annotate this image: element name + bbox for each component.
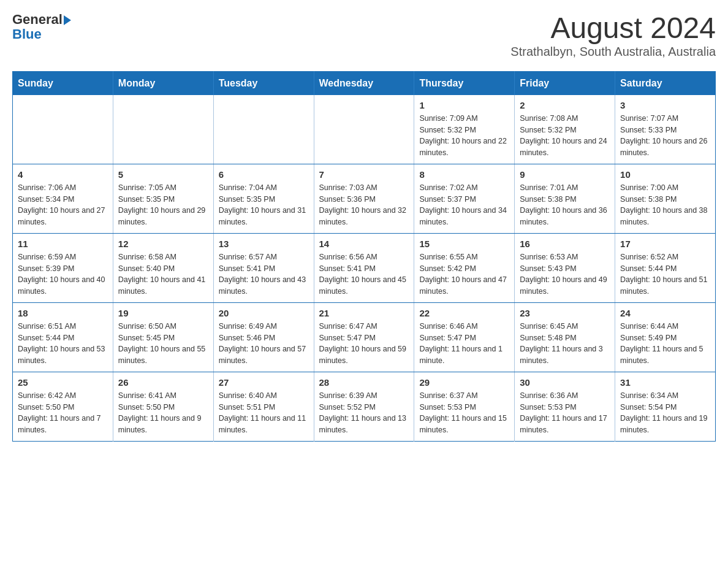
day-cell xyxy=(314,95,414,164)
day-number: 5 xyxy=(118,169,208,180)
day-cell: 27Sunrise: 6:40 AMSunset: 5:51 PMDayligh… xyxy=(213,372,314,441)
header-row: SundayMondayTuesdayWednesdayThursdayFrid… xyxy=(13,71,716,95)
day-number: 3 xyxy=(620,100,710,110)
day-number: 16 xyxy=(520,239,610,249)
day-cell: 6Sunrise: 7:04 AMSunset: 5:35 PMDaylight… xyxy=(213,164,314,233)
header-cell-wednesday: Wednesday xyxy=(314,71,414,95)
day-cell: 2Sunrise: 7:08 AMSunset: 5:32 PMDaylight… xyxy=(515,95,615,164)
week-row-4: 18Sunrise: 6:51 AMSunset: 5:44 PMDayligh… xyxy=(13,302,716,372)
day-info: Sunrise: 7:06 AMSunset: 5:34 PMDaylight:… xyxy=(18,182,108,228)
day-info: Sunrise: 6:40 AMSunset: 5:51 PMDaylight:… xyxy=(219,390,309,436)
day-cell: 12Sunrise: 6:58 AMSunset: 5:40 PMDayligh… xyxy=(113,233,213,302)
page-title: August 2024 xyxy=(510,12,716,45)
day-number: 27 xyxy=(219,377,309,388)
day-number: 31 xyxy=(620,377,710,388)
header-cell-monday: Monday xyxy=(113,71,213,95)
day-cell: 15Sunrise: 6:55 AMSunset: 5:42 PMDayligh… xyxy=(414,233,515,302)
day-info: Sunrise: 7:08 AMSunset: 5:32 PMDaylight:… xyxy=(520,113,610,159)
day-info: Sunrise: 6:42 AMSunset: 5:50 PMDaylight:… xyxy=(18,390,108,436)
day-cell: 5Sunrise: 7:05 AMSunset: 5:35 PMDaylight… xyxy=(113,164,213,233)
day-cell: 13Sunrise: 6:57 AMSunset: 5:41 PMDayligh… xyxy=(213,233,314,302)
day-info: Sunrise: 7:04 AMSunset: 5:35 PMDaylight:… xyxy=(219,182,309,228)
day-info: Sunrise: 6:49 AMSunset: 5:46 PMDaylight:… xyxy=(219,321,309,367)
day-number: 24 xyxy=(620,308,710,318)
day-info: Sunrise: 6:57 AMSunset: 5:41 PMDaylight:… xyxy=(219,251,309,297)
day-cell: 25Sunrise: 6:42 AMSunset: 5:50 PMDayligh… xyxy=(13,372,113,441)
header-cell-saturday: Saturday xyxy=(615,71,716,95)
day-number: 25 xyxy=(18,377,108,388)
header-cell-sunday: Sunday xyxy=(13,71,113,95)
day-cell: 16Sunrise: 6:53 AMSunset: 5:43 PMDayligh… xyxy=(515,233,615,302)
day-cell xyxy=(213,95,314,164)
day-number: 13 xyxy=(219,239,309,249)
day-info: Sunrise: 7:00 AMSunset: 5:38 PMDaylight:… xyxy=(620,182,710,228)
calendar-header: SundayMondayTuesdayWednesdayThursdayFrid… xyxy=(13,71,716,95)
day-number: 29 xyxy=(419,377,509,388)
day-number: 20 xyxy=(219,308,309,318)
day-info: Sunrise: 6:45 AMSunset: 5:48 PMDaylight:… xyxy=(520,321,610,367)
day-cell: 29Sunrise: 6:37 AMSunset: 5:53 PMDayligh… xyxy=(414,372,515,441)
day-number: 6 xyxy=(219,169,309,180)
page-header: General Blue August 2024 Strathalbyn, So… xyxy=(12,12,716,59)
day-number: 7 xyxy=(319,169,409,180)
day-cell: 8Sunrise: 7:02 AMSunset: 5:37 PMDaylight… xyxy=(414,164,515,233)
day-cell xyxy=(113,95,213,164)
day-info: Sunrise: 7:01 AMSunset: 5:38 PMDaylight:… xyxy=(520,182,610,228)
day-number: 21 xyxy=(319,308,409,318)
calendar-table: SundayMondayTuesdayWednesdayThursdayFrid… xyxy=(12,71,716,442)
day-info: Sunrise: 6:55 AMSunset: 5:42 PMDaylight:… xyxy=(419,251,509,297)
day-info: Sunrise: 7:09 AMSunset: 5:32 PMDaylight:… xyxy=(419,113,509,159)
day-cell: 26Sunrise: 6:41 AMSunset: 5:50 PMDayligh… xyxy=(113,372,213,441)
day-cell: 7Sunrise: 7:03 AMSunset: 5:36 PMDaylight… xyxy=(314,164,414,233)
day-cell: 22Sunrise: 6:46 AMSunset: 5:47 PMDayligh… xyxy=(414,302,515,372)
day-cell: 23Sunrise: 6:45 AMSunset: 5:48 PMDayligh… xyxy=(515,302,615,372)
day-info: Sunrise: 6:53 AMSunset: 5:43 PMDaylight:… xyxy=(520,251,610,297)
day-number: 28 xyxy=(319,377,409,388)
day-info: Sunrise: 6:44 AMSunset: 5:49 PMDaylight:… xyxy=(620,321,710,367)
day-number: 15 xyxy=(419,239,509,249)
logo-arrow-icon xyxy=(64,15,71,25)
day-info: Sunrise: 6:56 AMSunset: 5:41 PMDaylight:… xyxy=(319,251,409,297)
day-cell: 31Sunrise: 6:34 AMSunset: 5:54 PMDayligh… xyxy=(615,372,716,441)
day-info: Sunrise: 6:46 AMSunset: 5:47 PMDaylight:… xyxy=(419,321,509,367)
day-cell: 20Sunrise: 6:49 AMSunset: 5:46 PMDayligh… xyxy=(213,302,314,372)
day-info: Sunrise: 7:05 AMSunset: 5:35 PMDaylight:… xyxy=(118,182,208,228)
day-number: 8 xyxy=(419,169,509,180)
day-info: Sunrise: 6:36 AMSunset: 5:53 PMDaylight:… xyxy=(520,390,610,436)
day-number: 9 xyxy=(520,169,610,180)
day-number: 4 xyxy=(18,169,108,180)
day-info: Sunrise: 6:52 AMSunset: 5:44 PMDaylight:… xyxy=(620,251,710,297)
week-row-2: 4Sunrise: 7:06 AMSunset: 5:34 PMDaylight… xyxy=(13,164,716,233)
week-row-3: 11Sunrise: 6:59 AMSunset: 5:39 PMDayligh… xyxy=(13,233,716,302)
day-info: Sunrise: 6:41 AMSunset: 5:50 PMDaylight:… xyxy=(118,390,208,436)
header-cell-tuesday: Tuesday xyxy=(213,71,314,95)
day-cell xyxy=(13,95,113,164)
day-number: 26 xyxy=(118,377,208,388)
day-number: 17 xyxy=(620,239,710,249)
day-cell: 14Sunrise: 6:56 AMSunset: 5:41 PMDayligh… xyxy=(314,233,414,302)
day-info: Sunrise: 6:37 AMSunset: 5:53 PMDaylight:… xyxy=(419,390,509,436)
day-cell: 10Sunrise: 7:00 AMSunset: 5:38 PMDayligh… xyxy=(615,164,716,233)
day-number: 19 xyxy=(118,308,208,318)
day-number: 11 xyxy=(18,239,108,249)
day-number: 22 xyxy=(419,308,509,318)
day-info: Sunrise: 7:02 AMSunset: 5:37 PMDaylight:… xyxy=(419,182,509,228)
header-cell-thursday: Thursday xyxy=(414,71,515,95)
day-info: Sunrise: 6:51 AMSunset: 5:44 PMDaylight:… xyxy=(18,321,108,367)
day-number: 12 xyxy=(118,239,208,249)
day-number: 23 xyxy=(520,308,610,318)
week-row-5: 25Sunrise: 6:42 AMSunset: 5:50 PMDayligh… xyxy=(13,372,716,441)
day-info: Sunrise: 6:47 AMSunset: 5:47 PMDaylight:… xyxy=(319,321,409,367)
day-cell: 19Sunrise: 6:50 AMSunset: 5:45 PMDayligh… xyxy=(113,302,213,372)
day-cell: 11Sunrise: 6:59 AMSunset: 5:39 PMDayligh… xyxy=(13,233,113,302)
logo: General Blue xyxy=(12,12,71,42)
day-cell: 3Sunrise: 7:07 AMSunset: 5:33 PMDaylight… xyxy=(615,95,716,164)
day-cell: 9Sunrise: 7:01 AMSunset: 5:38 PMDaylight… xyxy=(515,164,615,233)
day-cell: 17Sunrise: 6:52 AMSunset: 5:44 PMDayligh… xyxy=(615,233,716,302)
day-number: 2 xyxy=(520,100,610,110)
day-info: Sunrise: 7:07 AMSunset: 5:33 PMDaylight:… xyxy=(620,113,710,159)
day-cell: 24Sunrise: 6:44 AMSunset: 5:49 PMDayligh… xyxy=(615,302,716,372)
day-info: Sunrise: 6:39 AMSunset: 5:52 PMDaylight:… xyxy=(319,390,409,436)
day-cell: 1Sunrise: 7:09 AMSunset: 5:32 PMDaylight… xyxy=(414,95,515,164)
day-cell: 30Sunrise: 6:36 AMSunset: 5:53 PMDayligh… xyxy=(515,372,615,441)
